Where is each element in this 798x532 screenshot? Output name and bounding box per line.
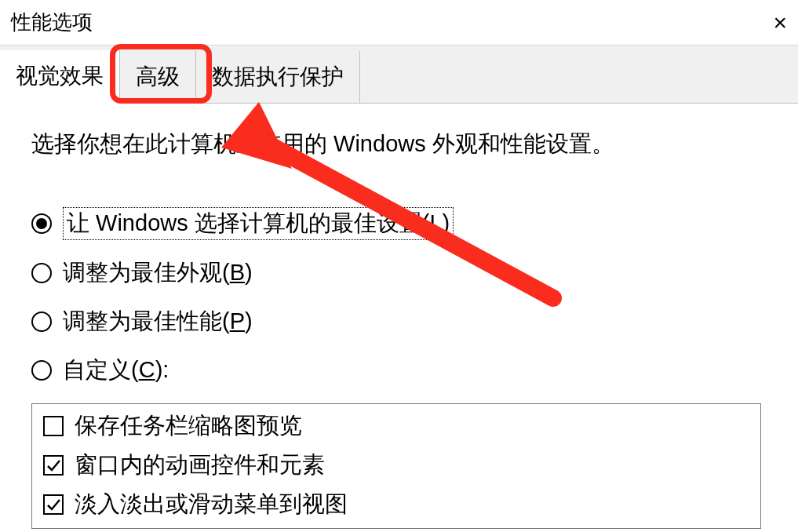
option-label: 保存任务栏缩略图预览 xyxy=(75,410,302,442)
radio-icon xyxy=(31,360,52,381)
radio-best-performance[interactable]: 调整为最佳性能(P) xyxy=(31,306,767,337)
tab-visual-effects[interactable]: 视觉效果 xyxy=(0,50,120,104)
radio-label: 调整为最佳外观(B) xyxy=(63,257,253,289)
option-fade-slide-menus[interactable]: 淡入淡出或滑动菜单到视图 xyxy=(43,489,749,520)
custom-options-list: 保存任务栏缩略图预览 窗口内的动画控件和元素 淡入淡出或滑动菜单到视图 xyxy=(31,403,761,529)
tab-advanced[interactable]: 高级 xyxy=(120,51,196,103)
option-save-taskbar-thumbnails[interactable]: 保存任务栏缩略图预览 xyxy=(43,410,749,442)
option-animate-controls[interactable]: 窗口内的动画控件和元素 xyxy=(43,450,749,481)
pane-description: 选择你想在此计算机上使用的 Windows 外观和性能设置。 xyxy=(31,129,767,160)
checkbox-icon xyxy=(43,416,64,436)
option-label: 淡入淡出或滑动菜单到视图 xyxy=(75,489,348,520)
radio-label: 让 Windows 选择计算机的最佳设置(L) xyxy=(63,207,454,240)
radio-icon xyxy=(31,213,52,234)
titlebar: 性能选项 × xyxy=(0,0,798,46)
radio-best-appearance[interactable]: 调整为最佳外观(B) xyxy=(31,257,767,289)
radio-let-windows-choose[interactable]: 让 Windows 选择计算机的最佳设置(L) xyxy=(31,207,767,240)
checkbox-icon xyxy=(43,455,64,476)
window-title: 性能选项 xyxy=(11,9,93,36)
tab-pane-visual-effects: 选择你想在此计算机上使用的 Windows 外观和性能设置。 让 Windows… xyxy=(0,104,798,529)
close-icon[interactable]: × xyxy=(773,11,787,35)
radio-label: 调整为最佳性能(P) xyxy=(63,306,253,337)
option-label: 窗口内的动画控件和元素 xyxy=(75,450,325,481)
radio-icon xyxy=(31,312,52,332)
radio-icon xyxy=(31,263,52,283)
radio-label: 自定义(C): xyxy=(63,355,169,386)
checkbox-icon xyxy=(43,494,64,515)
tabs-bar: 视觉效果 高级 数据执行保护 xyxy=(0,46,798,104)
tab-dep[interactable]: 数据执行保护 xyxy=(196,51,360,103)
radio-custom[interactable]: 自定义(C): xyxy=(31,355,767,386)
